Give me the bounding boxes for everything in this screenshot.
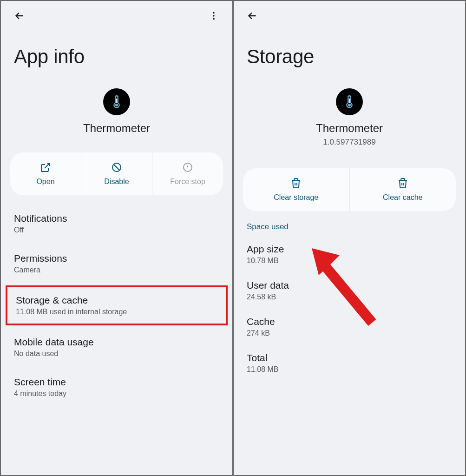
thermometer-icon bbox=[109, 94, 125, 110]
app-icon bbox=[103, 88, 130, 115]
notifications-subtitle: Off bbox=[14, 226, 219, 234]
force-stop-icon bbox=[182, 162, 193, 173]
permissions-subtitle: Camera bbox=[14, 266, 219, 274]
app-header: Thermometer 1.0.597731989 bbox=[234, 85, 465, 156]
page-title: App info bbox=[1, 27, 232, 85]
back-button[interactable] bbox=[242, 6, 263, 26]
overflow-menu-button[interactable] bbox=[203, 6, 224, 26]
user-data-row: User data 24.58 kB bbox=[234, 272, 465, 309]
mobile-data-title: Mobile data usage bbox=[14, 337, 219, 348]
app-name: Thermometer bbox=[316, 122, 383, 135]
mobile-data-item[interactable]: Mobile data usage No data used bbox=[1, 327, 232, 367]
disable-button[interactable]: Disable bbox=[81, 152, 152, 195]
open-icon bbox=[40, 162, 51, 173]
user-data-value: 24.58 kB bbox=[247, 293, 452, 301]
space-used-label: Space used bbox=[234, 211, 465, 236]
clear-cache-button[interactable]: Clear cache bbox=[350, 168, 456, 211]
svg-point-0 bbox=[213, 12, 215, 14]
trash-icon bbox=[397, 178, 408, 189]
storage-cache-subtitle: 11.08 MB used in internal storage bbox=[16, 308, 217, 316]
total-row: Total 11.08 MB bbox=[234, 345, 465, 381]
app-info-screen: App info Thermometer Open Disable Force … bbox=[1, 1, 232, 475]
storage-cache-item[interactable]: Storage & cache 11.08 MB used in interna… bbox=[6, 285, 228, 325]
mobile-data-subtitle: No data used bbox=[14, 350, 219, 358]
cache-row: Cache 274 kB bbox=[234, 309, 465, 345]
arrow-left-icon bbox=[13, 10, 26, 22]
total-value: 11.08 MB bbox=[247, 365, 452, 374]
open-button[interactable]: Open bbox=[10, 152, 81, 195]
permissions-title: Permissions bbox=[14, 253, 219, 264]
svg-point-6 bbox=[348, 104, 351, 106]
cache-title: Cache bbox=[247, 316, 452, 327]
app-header: Thermometer bbox=[1, 85, 232, 144]
permissions-item[interactable]: Permissions Camera bbox=[1, 244, 232, 284]
storage-action-row: Clear storage Clear cache bbox=[243, 168, 456, 211]
svg-point-3 bbox=[115, 104, 118, 106]
action-row: Open Disable Force stop bbox=[10, 152, 223, 195]
app-size-row: App size 10.78 MB bbox=[234, 236, 465, 272]
app-name: Thermometer bbox=[83, 122, 150, 135]
app-size-value: 10.78 MB bbox=[247, 257, 452, 265]
page-title: Storage bbox=[234, 27, 465, 85]
more-vert-icon bbox=[209, 11, 219, 21]
app-version: 1.0.597731989 bbox=[323, 138, 375, 147]
trash-icon bbox=[290, 178, 302, 189]
svg-point-2 bbox=[213, 18, 215, 20]
clear-storage-button[interactable]: Clear storage bbox=[243, 168, 350, 211]
thermometer-icon bbox=[341, 94, 357, 110]
screen-time-item[interactable]: Screen time 4 minutes today bbox=[1, 367, 232, 407]
storage-cache-title: Storage & cache bbox=[16, 295, 217, 306]
notifications-item[interactable]: Notifications Off bbox=[1, 204, 232, 244]
disable-icon bbox=[111, 162, 122, 173]
force-stop-button: Force stop bbox=[152, 152, 223, 195]
clear-cache-label: Clear cache bbox=[383, 193, 422, 202]
user-data-title: User data bbox=[247, 280, 452, 291]
arrow-left-icon bbox=[246, 10, 258, 22]
storage-screen: Storage Thermometer 1.0.597731989 Clear … bbox=[234, 1, 465, 475]
svg-point-1 bbox=[213, 15, 215, 17]
screen-time-subtitle: 4 minutes today bbox=[14, 390, 219, 398]
topbar bbox=[1, 1, 232, 27]
cache-value: 274 kB bbox=[247, 329, 452, 337]
force-stop-label: Force stop bbox=[170, 178, 205, 186]
notifications-title: Notifications bbox=[14, 213, 219, 224]
total-title: Total bbox=[247, 352, 452, 364]
clear-storage-label: Clear storage bbox=[274, 193, 318, 202]
open-label: Open bbox=[36, 178, 54, 186]
back-button[interactable] bbox=[9, 6, 30, 26]
disable-label: Disable bbox=[104, 178, 129, 186]
app-icon bbox=[336, 88, 363, 115]
topbar bbox=[234, 1, 465, 27]
screen-time-title: Screen time bbox=[14, 377, 219, 388]
app-size-title: App size bbox=[247, 244, 452, 255]
